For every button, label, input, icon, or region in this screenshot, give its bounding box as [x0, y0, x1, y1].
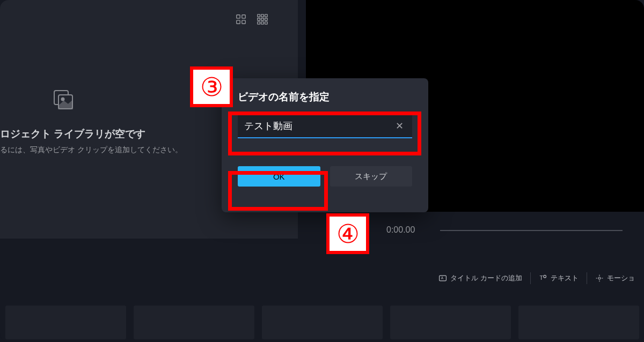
editor-toolbar: A タイトル カードの追加 T テキスト モーショ: [435, 271, 639, 286]
ok-button[interactable]: OK: [238, 166, 320, 187]
svg-rect-3: [242, 20, 245, 24]
annotation-step-3: ③: [190, 66, 233, 107]
text-icon: T: [539, 274, 547, 282]
video-name-input-container: ✕: [238, 115, 412, 138]
svg-rect-5: [261, 14, 264, 17]
clip-strip: [5, 306, 639, 339]
clear-input-button[interactable]: ✕: [393, 120, 406, 132]
svg-rect-6: [265, 14, 268, 17]
video-name-input[interactable]: [244, 121, 393, 132]
clip-thumbnail[interactable]: [390, 306, 511, 339]
add-title-card-button[interactable]: A タイトル カードの追加: [435, 271, 526, 286]
clip-thumbnail[interactable]: [262, 306, 383, 339]
clip-thumbnail[interactable]: [5, 306, 126, 339]
library-empty-subtitle: るには、写真やビデオ クリップを追加してください。: [0, 145, 182, 155]
svg-rect-8: [261, 18, 264, 21]
skip-button[interactable]: スキップ: [330, 166, 413, 187]
annotation-step-4: ④: [326, 213, 369, 254]
svg-rect-4: [258, 14, 260, 17]
media-library-icon: [51, 87, 77, 113]
library-empty-state: ロジェクト ライブラリが空です るには、写真やビデオ クリップを追加してください…: [0, 94, 182, 155]
grid-2x2-button[interactable]: [235, 13, 247, 25]
library-empty-title: ロジェクト ライブラリが空です: [0, 127, 182, 141]
svg-rect-12: [265, 22, 268, 25]
view-controls: [235, 13, 268, 25]
clip-thumbnail[interactable]: [518, 306, 639, 339]
dialog-title: ビデオの名前を指定: [238, 90, 412, 104]
timeline-footer: A タイトル カードの追加 T テキスト モーショ: [0, 264, 644, 342]
motion-icon: [595, 274, 604, 282]
svg-text:A: A: [441, 276, 444, 280]
grid-3x3-button[interactable]: [257, 13, 268, 25]
dialog-button-row: OK スキップ: [238, 166, 412, 187]
svg-rect-0: [237, 15, 240, 18]
title-card-icon: A: [438, 274, 447, 282]
svg-text:T: T: [540, 275, 544, 281]
clip-thumbnail[interactable]: [134, 306, 254, 339]
playhead-timestamp: 0:00.00: [386, 225, 415, 235]
svg-rect-1: [242, 15, 245, 18]
video-name-dialog: ビデオの名前を指定 ✕ OK スキップ: [222, 78, 428, 212]
toolbar-separator: [587, 272, 587, 284]
svg-rect-10: [258, 22, 260, 25]
toolbar-separator: [530, 272, 531, 284]
svg-rect-7: [258, 18, 260, 21]
svg-rect-11: [261, 22, 264, 25]
svg-point-20: [598, 277, 601, 279]
timeline-slider[interactable]: [440, 230, 623, 231]
svg-rect-2: [237, 20, 240, 24]
motion-button[interactable]: モーショ: [591, 271, 639, 286]
svg-point-15: [62, 98, 64, 101]
add-text-button[interactable]: T テキスト: [535, 271, 582, 286]
svg-rect-9: [265, 18, 268, 21]
svg-point-19: [544, 275, 546, 278]
